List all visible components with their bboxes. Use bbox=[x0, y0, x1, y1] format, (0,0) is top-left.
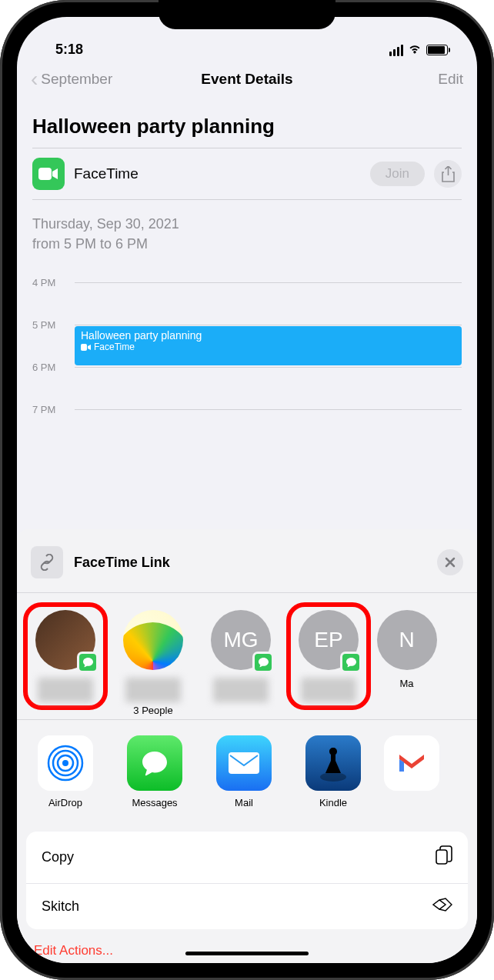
contact-avatar: MG bbox=[211, 610, 271, 670]
video-icon bbox=[81, 344, 91, 351]
actions-panel: Copy Skitch bbox=[26, 832, 468, 929]
edit-button[interactable]: Edit bbox=[438, 71, 463, 88]
messages-badge-icon bbox=[165, 652, 183, 670]
contact-suggestion[interactable] bbox=[31, 610, 100, 702]
contact-name bbox=[38, 678, 93, 702]
skitch-action[interactable]: Skitch bbox=[26, 884, 468, 929]
contact-name: 3 People bbox=[118, 705, 188, 716]
app-label: AirDrop bbox=[48, 797, 82, 808]
svg-rect-8 bbox=[436, 850, 447, 864]
facetime-label: FaceTime bbox=[74, 165, 361, 182]
contact-name-hidden bbox=[125, 678, 181, 702]
time-label: 6 PM bbox=[32, 362, 71, 373]
app-messages[interactable]: Messages bbox=[125, 735, 185, 808]
contact-suggestion[interactable]: N Ma bbox=[382, 610, 412, 702]
contact-suggestion[interactable]: 3 People bbox=[118, 610, 188, 702]
device-frame: 5:18 ‹ September Event Details Edit Hall… bbox=[0, 0, 494, 980]
back-button[interactable]: ‹ September bbox=[31, 68, 112, 90]
airdrop-icon bbox=[38, 735, 93, 791]
skitch-icon bbox=[432, 898, 452, 915]
sheet-title: FaceTime Link bbox=[74, 555, 426, 571]
contacts-row[interactable]: 3 People MG EP bbox=[17, 593, 477, 719]
facetime-icon bbox=[32, 158, 65, 190]
contact-avatar: N bbox=[377, 610, 437, 670]
close-icon bbox=[445, 557, 456, 568]
event-date-info: Thursday, Sep 30, 2021 from 5 PM to 6 PM bbox=[17, 200, 477, 277]
link-icon bbox=[31, 546, 63, 578]
calendar-event-block[interactable]: Halloween party planning FaceTime bbox=[75, 326, 462, 365]
nav-title: Event Details bbox=[201, 71, 292, 88]
status-time: 5:18 bbox=[55, 42, 83, 58]
time-label: 5 PM bbox=[32, 319, 71, 331]
contact-suggestion[interactable]: MG bbox=[206, 610, 275, 702]
svg-point-7 bbox=[320, 772, 346, 782]
contact-avatar: EP bbox=[299, 610, 359, 670]
facetime-row[interactable]: FaceTime Join bbox=[17, 148, 477, 199]
navigation-bar: ‹ September Event Details Edit bbox=[17, 59, 477, 99]
app-label: Messages bbox=[132, 797, 177, 808]
battery-icon bbox=[426, 45, 448, 55]
time-label: 7 PM bbox=[32, 404, 71, 415]
edit-actions-link[interactable]: Edit Actions... bbox=[17, 929, 477, 963]
share-button[interactable] bbox=[434, 160, 462, 188]
timeline[interactable]: 4 PM 5 PM Halloween party planning FaceT… bbox=[17, 277, 477, 462]
messages-icon bbox=[127, 735, 182, 791]
chevron-left-icon: ‹ bbox=[31, 68, 38, 90]
share-sheet: FaceTime Link bbox=[17, 529, 477, 963]
contact-name bbox=[301, 678, 356, 702]
app-icon bbox=[384, 735, 439, 791]
wifi-icon bbox=[408, 42, 422, 58]
app-airdrop[interactable]: AirDrop bbox=[35, 735, 95, 808]
app-label: Mail bbox=[235, 797, 253, 808]
svg-rect-0 bbox=[38, 168, 52, 180]
app-mail[interactable]: Mail bbox=[214, 735, 274, 808]
mail-icon bbox=[216, 735, 272, 791]
cellular-signal-icon bbox=[389, 45, 403, 56]
screen: 5:18 ‹ September Event Details Edit Hall… bbox=[17, 17, 477, 963]
copy-icon bbox=[436, 845, 452, 869]
contact-name bbox=[213, 678, 269, 702]
status-bar: 5:18 bbox=[17, 17, 477, 59]
app-label: Kindle bbox=[319, 797, 347, 808]
join-button[interactable]: Join bbox=[370, 162, 425, 186]
messages-badge-icon bbox=[340, 652, 362, 673]
home-indicator[interactable] bbox=[185, 952, 309, 955]
contact-avatar bbox=[123, 610, 183, 670]
time-label: 4 PM bbox=[32, 277, 71, 288]
messages-badge-icon bbox=[77, 652, 98, 673]
app-more[interactable] bbox=[392, 735, 408, 808]
kindle-icon bbox=[305, 735, 361, 791]
app-kindle[interactable]: Kindle bbox=[303, 735, 363, 808]
messages-badge-icon bbox=[252, 652, 274, 673]
apps-row[interactable]: AirDrop Messages Mail bbox=[17, 720, 477, 827]
svg-rect-1 bbox=[81, 344, 87, 351]
contact-name: Ma bbox=[392, 678, 422, 689]
event-title: Halloween party planning bbox=[17, 99, 477, 148]
copy-action[interactable]: Copy bbox=[26, 832, 468, 883]
share-icon bbox=[442, 166, 455, 182]
contact-suggestion[interactable]: EP bbox=[294, 610, 363, 702]
svg-point-2 bbox=[62, 760, 68, 766]
close-button[interactable] bbox=[437, 549, 463, 575]
contact-avatar bbox=[35, 610, 95, 670]
svg-rect-6 bbox=[229, 752, 259, 774]
